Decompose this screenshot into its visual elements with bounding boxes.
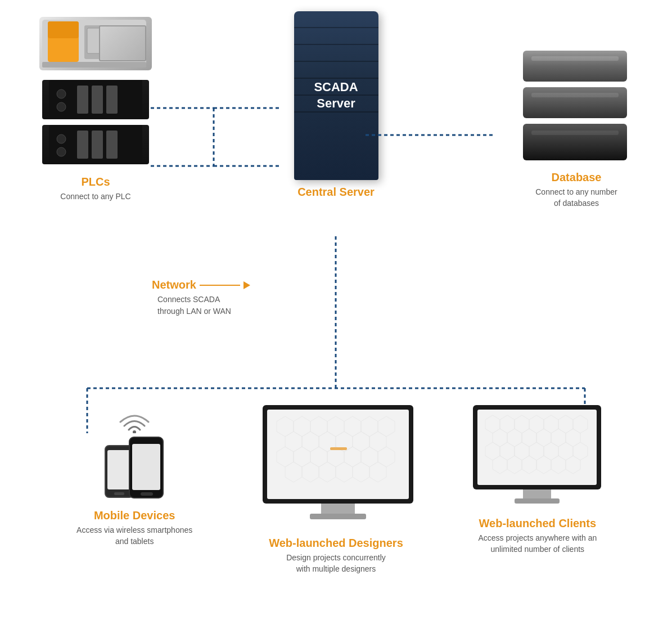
top-section: PLCs Connect to any PLC SCADAServer Cent… bbox=[0, 0, 672, 209]
svg-rect-22 bbox=[531, 93, 619, 97]
designer-monitor bbox=[263, 405, 409, 525]
svg-rect-20 bbox=[531, 56, 619, 61]
mobile-devices-item: Mobile Devices Access via wireless smart… bbox=[61, 405, 208, 574]
diagram-container: PLCs Connect to any PLC SCADAServer Cent… bbox=[0, 0, 672, 629]
web-clients-label: Web-launched Clients bbox=[479, 517, 597, 530]
svg-rect-74 bbox=[310, 514, 366, 519]
machine-body bbox=[39, 17, 152, 70]
svg-point-14 bbox=[57, 134, 66, 143]
database-label: Database bbox=[552, 171, 602, 184]
plcs-desc: Connect to any PLC bbox=[60, 191, 130, 203]
wifi-icon bbox=[112, 405, 157, 433]
scada-server-label: SCADAServer bbox=[314, 79, 358, 111]
phones-group bbox=[104, 436, 165, 501]
svg-point-9 bbox=[57, 102, 66, 111]
web-designers-desc: Design projects concurrentlywith multipl… bbox=[286, 552, 386, 574]
plcs-label: PLCs bbox=[81, 176, 110, 188]
svg-rect-4 bbox=[87, 28, 110, 53]
svg-rect-72 bbox=[330, 447, 347, 450]
svg-rect-38 bbox=[114, 492, 124, 495]
central-server-label: Central Server bbox=[297, 186, 375, 199]
svg-rect-37 bbox=[107, 450, 131, 489]
svg-rect-2 bbox=[48, 21, 79, 38]
network-label-row: Network bbox=[152, 278, 250, 291]
bottom-section: Mobile Devices Access via wireless smart… bbox=[0, 405, 672, 574]
svg-rect-76 bbox=[477, 410, 597, 485]
network-arrow bbox=[200, 279, 250, 291]
svg-rect-103 bbox=[523, 489, 551, 500]
database-desc: Connect to any numberof databases bbox=[535, 187, 617, 209]
web-designers-label: Web-launched Designers bbox=[269, 537, 403, 550]
svg-rect-19 bbox=[523, 51, 627, 82]
scada-server: SCADAServer bbox=[294, 11, 378, 180]
svg-point-35 bbox=[133, 430, 136, 433]
svg-rect-10 bbox=[77, 86, 88, 114]
web-clients-item: Web-launched Clients Access projects any… bbox=[464, 405, 611, 574]
svg-point-15 bbox=[57, 147, 66, 156]
svg-point-8 bbox=[57, 89, 66, 98]
web-clients-desc: Access projects anywhere with anunlimite… bbox=[478, 533, 597, 555]
machine-illustration bbox=[39, 17, 152, 73]
database-column: Database Connect to any numberof databas… bbox=[515, 51, 638, 209]
svg-rect-73 bbox=[321, 504, 355, 515]
clients-monitor bbox=[473, 405, 602, 511]
svg-rect-42 bbox=[141, 492, 153, 496]
svg-rect-12 bbox=[106, 86, 118, 114]
mobile-desc: Access via wireless smartphonesand table… bbox=[76, 525, 192, 547]
svg-rect-24 bbox=[531, 131, 619, 135]
svg-rect-45 bbox=[267, 410, 409, 499]
phone-front bbox=[128, 436, 165, 501]
svg-rect-6 bbox=[42, 62, 146, 68]
network-desc: Connects SCADAthrough LAN or WAN bbox=[157, 294, 231, 317]
svg-rect-17 bbox=[92, 131, 103, 159]
svg-rect-21 bbox=[523, 87, 627, 118]
plc-device-1 bbox=[42, 80, 149, 119]
server-column: SCADAServer Central Server bbox=[274, 11, 398, 199]
svg-rect-11 bbox=[92, 86, 103, 114]
svg-rect-104 bbox=[515, 498, 560, 504]
svg-rect-23 bbox=[523, 124, 627, 160]
web-designers-item: Web-launched Designers Design projects c… bbox=[263, 405, 409, 574]
mobile-label: Mobile Devices bbox=[94, 509, 175, 522]
svg-rect-5 bbox=[112, 28, 135, 53]
database-stack bbox=[520, 51, 633, 165]
svg-rect-16 bbox=[77, 131, 88, 159]
plc-device-2 bbox=[42, 125, 149, 164]
svg-rect-18 bbox=[106, 131, 118, 159]
svg-rect-41 bbox=[132, 444, 160, 490]
network-section: Network Connects SCADAthrough LAN or WAN bbox=[152, 278, 250, 317]
plcs-column: PLCs Connect to any PLC bbox=[34, 17, 157, 203]
network-label: Network bbox=[152, 278, 196, 291]
